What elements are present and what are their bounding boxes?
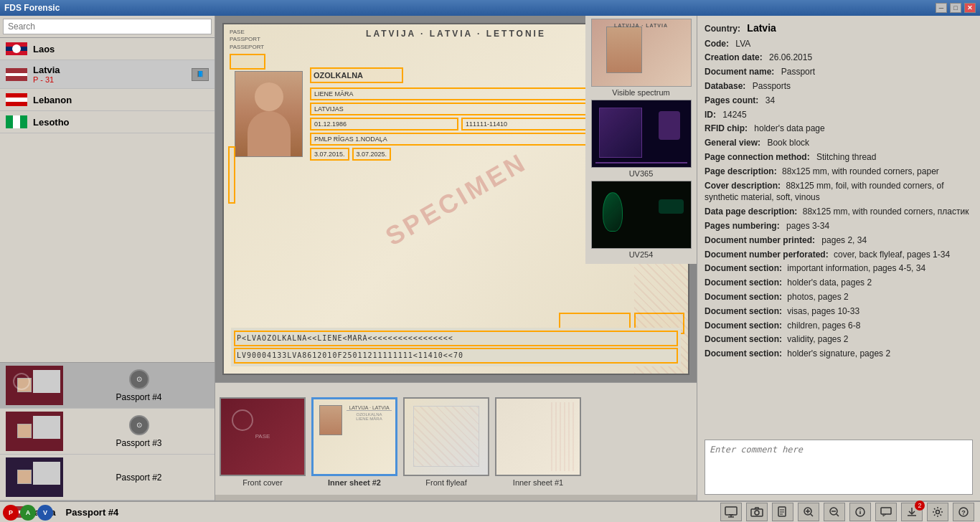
sidebar-item-lebanon[interactable]: Lebanon [0,89,215,111]
comment-icon [880,506,892,518]
rfid-value: holder's data page [754,123,824,133]
passport-list: ⊙ Passport #4 ⊙ Passport #3 [0,362,215,500]
zoom-out-button[interactable] [824,503,845,521]
close-button[interactable]: ✕ [964,3,976,13]
surname-field: OZOLKALNA [310,67,403,83]
database-value: Passports [753,81,791,91]
database-label: Database: [705,81,745,91]
section4-label: Document section: [705,306,782,316]
mrz-line2: LV90004133LVA8612010F25011211111111<1141… [234,348,678,364]
camera-button[interactable] [746,503,768,521]
thumb-front-cover[interactable]: PASE Front cover [220,397,306,487]
sidebar-item-lesotho[interactable]: Lesotho [0,111,215,133]
comment-textarea[interactable] [710,445,968,488]
thumb-front-flyleaf[interactable]: Front flyleaf [403,397,489,487]
monitor-button[interactable] [720,503,742,521]
place-birth-box: PMLP RĪGAS 1.NODAĻA [310,133,631,146]
bottom-document: Passport #4 [66,507,119,518]
docnumperf-value: cover, back flyleaf, pages 1-34 [834,250,950,260]
pageconn-value: Stitching thread [816,152,876,162]
settings-button[interactable] [927,503,948,521]
thumb-front-cover-img: PASE [220,397,306,476]
pagesnum-label: Pages numbering: [705,221,780,231]
side-perforations-box [228,146,235,204]
rfid-label: RFID chip: [705,123,748,133]
svg-line-15 [837,514,839,516]
mrz-strip: P<LVAOZOLKALNA<<LIENE<MARA<<<<<<<<<<<<<<… [231,328,681,366]
search-input[interactable] [3,19,212,34]
id-value: 14245 [722,110,746,120]
datapage-label: Data page description: [705,207,797,217]
spectrum-uv365-img [591,100,692,168]
sidebar-item-latvia[interactable]: Latvia P - 31 📘 [0,60,215,89]
document-button[interactable] [772,503,793,521]
download-button[interactable]: 2 [901,503,923,521]
monitor-icon [725,506,738,518]
country-name-lesotho: Lesotho [33,117,70,128]
app-icon-v[interactable]: V [37,505,53,521]
info-section2-row: Document section: holder's data, pages 2 [705,277,973,289]
info-pages-row: Pages count: 34 [705,95,973,107]
passport4-label: Passport #4 [116,392,161,402]
info-section1-row: Document section: important information,… [705,262,973,275]
country-label: Country: [705,24,740,34]
thumb-scrollbar[interactable] [215,495,697,500]
section1-value: important information, pages 4-5, 34 [787,263,925,273]
list-item-passport4[interactable]: ⊙ Passport #4 [0,363,215,409]
pagedesc-value: 88x125 mm, with rounded corners, paper [782,166,939,176]
list-item-passport3[interactable]: ⊙ Passport #3 [0,409,215,455]
zoom-out-icon [829,506,840,518]
passport3-label: Passport #3 [116,438,161,448]
help-button[interactable]: ? [953,503,974,521]
thumb-front-flyleaf-img [403,397,489,476]
info-id-row: ID: 14245 [705,109,973,121]
passport4-thumb [6,366,63,405]
info-code-row: Code: LVA [705,38,973,50]
spectrum-uv254[interactable]: UV254 [591,181,692,259]
thumb-inner-sheet-2[interactable]: LATVIJA · LATVIA OZOLKALNA LIENE MĀRA In… [311,397,397,487]
passport2-thumb [6,457,63,497]
app-icon-a[interactable]: A [20,505,36,521]
section5-label: Document section: [705,321,782,331]
app-icons: P A V [3,505,53,521]
info-button[interactable] [849,503,871,521]
code-value: LVA [735,39,750,49]
spectrum-uv365[interactable]: UV365 [591,100,692,178]
specimen-watermark: SPECIMEN [380,146,532,251]
sidebar-item-laos[interactable]: Laos [0,38,215,60]
passport2-label: Passport #2 [116,473,161,483]
id-label: ID: [705,110,716,120]
section7-value: holder's signature, pages 2 [787,348,890,359]
thumb-inner-sheet-1[interactable]: Inner sheet #1 [495,397,581,487]
section2-label: Document section: [705,277,782,288]
pages-label: Pages count: [705,95,758,105]
info-section6-row: Document section: validity, pages 2 [705,333,973,346]
list-item-passport2[interactable]: Passport #2 [0,455,215,500]
dob-box: 01.12.1986 [310,118,458,130]
country-list: Laos Latvia P - 31 📘 Lebanon [0,38,215,362]
info-docnumperf-row: Document number perforated: cover, back … [705,249,973,261]
section2-value: holder's data, pages 2 [787,277,872,288]
country-value: Latvia [747,22,776,34]
comment-button[interactable] [875,503,897,521]
docname-label: Document name: [705,67,774,77]
info-general-row: General view: Book block [705,137,973,149]
docnumprint-label: Document number printed: [705,235,815,245]
app-icon-p[interactable]: P [3,505,19,521]
thumb-inner-sheet-2-label: Inner sheet #2 [311,478,397,487]
help-icon: ? [958,506,969,518]
title-bar: FDS Forensic ─ □ ✕ [0,0,980,16]
svg-rect-20 [881,508,891,514]
minimize-button[interactable]: ─ [936,3,947,13]
info-section7-row: Document section: holder's signature, pa… [705,348,973,360]
zoom-in-button[interactable] [798,503,819,521]
flag-lebanon [6,93,27,106]
spectrum-uv254-label: UV254 [591,250,692,259]
country-sub-latvia: P - 31 [33,75,60,84]
maximize-button[interactable]: □ [950,3,961,13]
spectrum-uv365-label: UV365 [591,169,692,178]
center-area: LATVIJA · LATVIA · LETTONIE PASEPASSPORT… [215,16,697,500]
document-icon [777,506,788,518]
svg-point-23 [936,511,940,514]
flag-latvia [6,68,27,81]
